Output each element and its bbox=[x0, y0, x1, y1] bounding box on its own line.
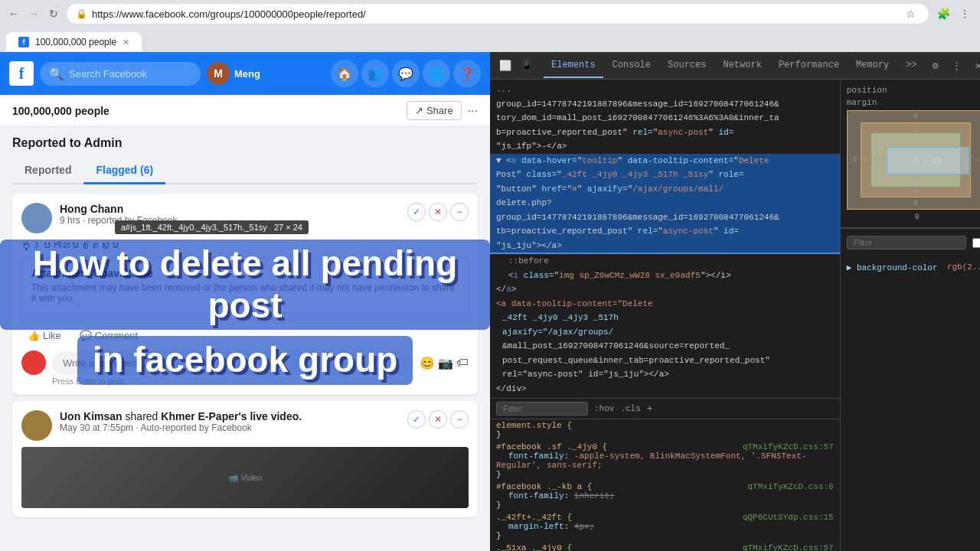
post-text-1: កូប្រកាលមត្តស្ម bbox=[21, 240, 469, 251]
share-button[interactable]: ↗ Share bbox=[407, 101, 462, 120]
browser-nav: ← → ↻ 🔒 https://www.facebook.com/groups/… bbox=[0, 0, 980, 28]
globe-icon[interactable]: 🌐 bbox=[423, 60, 450, 87]
code-line: "js_1fp">-</a> bbox=[490, 139, 840, 154]
like-button[interactable]: 👍 Like bbox=[21, 327, 67, 344]
css-rules: element.style { } #facebook .sf ._4jy0 {… bbox=[490, 419, 840, 551]
tab-sources[interactable]: Sources bbox=[660, 54, 714, 78]
favicon: f bbox=[18, 37, 29, 47]
nav-icons: 🏠 👥 💬 🌐 ❓ bbox=[331, 60, 481, 87]
code-line: group_id=14778742191887896&message_id=16… bbox=[490, 210, 840, 225]
reject-button-1[interactable]: ✕ bbox=[429, 203, 447, 221]
sticker-icon[interactable]: 🏷 bbox=[456, 356, 469, 370]
add-rule-button[interactable]: + bbox=[647, 403, 653, 415]
cls-filter[interactable]: .cls bbox=[620, 404, 640, 413]
margin-label: margin bbox=[847, 98, 980, 107]
box-model-diagram: 0 0 -1 -1 1 1 1 1 bbox=[847, 110, 980, 210]
facebook-search[interactable]: 🔍 bbox=[40, 62, 201, 86]
tab-flagged[interactable]: Flagged (6) bbox=[83, 158, 165, 184]
attachment-title: Attachment Unavailable bbox=[31, 267, 459, 279]
post-actions-2: ✓ ✕ − bbox=[407, 410, 469, 429]
code-line: post_request_queue&inner_tab=proactive_r… bbox=[490, 354, 840, 368]
bookmark-icon[interactable]: ☆ bbox=[901, 5, 920, 23]
code-line: tory_dom_id=mall_post_16927008477061246%… bbox=[490, 111, 840, 126]
post-user-info-2: Uon Kimsan shared Khmer E-Paper's live v… bbox=[60, 410, 302, 433]
margin-left-val: -1 bbox=[849, 156, 858, 164]
tab-title: 100,000,000 people bbox=[35, 37, 116, 47]
tab-memory[interactable]: Memory bbox=[848, 54, 897, 78]
approve-button-1[interactable]: ✓ bbox=[407, 203, 426, 221]
reported-section: Reported to Admin Reported Flagged (6) a… bbox=[0, 127, 490, 533]
home-icon[interactable]: 🏠 bbox=[331, 60, 358, 87]
computed-filter: Show all bbox=[841, 228, 980, 256]
content-size: 0 × 22 bbox=[914, 157, 942, 165]
show-all-check[interactable] bbox=[972, 238, 980, 248]
reject-button-2[interactable]: ✕ bbox=[429, 410, 447, 429]
computed-key: ▶ background-color bbox=[847, 262, 938, 272]
margin-top-val: 0 bbox=[913, 112, 917, 120]
code-line: _42ft _4jy0 _4jy3 _517h bbox=[490, 311, 840, 325]
devtools-left: ... group_id=14778742191887896&message_i… bbox=[490, 80, 841, 551]
post-avatar-1 bbox=[21, 203, 52, 233]
options-button-2[interactable]: − bbox=[450, 410, 469, 429]
back-button[interactable]: ← bbox=[6, 6, 21, 21]
friends-icon[interactable]: 👥 bbox=[361, 60, 389, 87]
approve-button-2[interactable]: ✓ bbox=[407, 410, 426, 429]
reported-title: Reported to Admin bbox=[12, 136, 478, 150]
attachment-desc: This attachment may have been removed or… bbox=[31, 282, 459, 304]
search-input[interactable] bbox=[69, 68, 191, 80]
more-options-button[interactable]: ··· bbox=[468, 104, 478, 118]
css-filter-input[interactable] bbox=[496, 402, 588, 416]
emoji-icon[interactable]: 😊 bbox=[420, 356, 435, 370]
comment-button[interactable]: 💬 Comment bbox=[74, 327, 144, 344]
comment-input-row: 😊 📷 🏷 bbox=[21, 350, 469, 375]
tab-console[interactable]: Console bbox=[605, 54, 658, 78]
devtools-close-icon[interactable]: ✕ bbox=[969, 57, 980, 75]
inspect-icon[interactable]: ⬜ bbox=[496, 57, 514, 75]
devtools-header: ⬜ 📱 Elements Console Sources Network Per… bbox=[490, 52, 980, 80]
camera-icon[interactable]: 📷 bbox=[438, 356, 453, 370]
code-line: group_id=14778742191887896&message_id=16… bbox=[490, 97, 840, 112]
comment-input[interactable] bbox=[52, 351, 413, 375]
computed-row: ▶ background-color rgb(2... bbox=[847, 261, 980, 274]
css-filter-bar: :hov .cls + bbox=[490, 399, 840, 419]
post-actions-1: ✓ ✕ − bbox=[407, 203, 469, 221]
group-subheader: 100,000,000 people ↗ Share ··· bbox=[0, 95, 490, 127]
pseudo-filter[interactable]: :hov bbox=[594, 404, 614, 413]
element-tooltip: a#js_1ft._42ft._4jy0._4jy3._517h._51sy 2… bbox=[115, 220, 309, 234]
tab-network[interactable]: Network bbox=[715, 54, 769, 78]
code-line: ajaxify="/ajax/groups/ bbox=[490, 325, 840, 340]
tab-performance[interactable]: Performance bbox=[771, 54, 847, 78]
extensions-icon[interactable]: 🧩 bbox=[934, 5, 952, 23]
tab-elements[interactable]: Elements bbox=[544, 54, 603, 78]
code-line: Post" class="_42ft _4jy0 _4jy3 _517h _51… bbox=[490, 168, 840, 182]
share-icon: ↗ bbox=[415, 105, 423, 116]
close-tab-icon[interactable]: ✕ bbox=[122, 37, 129, 47]
messenger-icon[interactable]: 💬 bbox=[392, 60, 420, 87]
border-left-val: 1 bbox=[863, 156, 867, 164]
html-code-area[interactable]: ... group_id=14778742191887896&message_i… bbox=[490, 80, 840, 398]
address-bar[interactable]: 🔒 https://www.facebook.com/groups/100000… bbox=[66, 3, 929, 24]
devtools-icons: ⬜ 📱 bbox=[496, 57, 536, 75]
css-pane: :hov .cls + element.style { } #facebook … bbox=[490, 398, 840, 551]
devtools-settings-icon[interactable]: ⚙ bbox=[926, 57, 945, 75]
show-all-checkbox[interactable]: Show all bbox=[972, 233, 980, 252]
devtools-more-icon[interactable]: ⋮ bbox=[948, 57, 966, 75]
help-icon[interactable]: ❓ bbox=[453, 60, 481, 87]
device-icon[interactable]: 📱 bbox=[518, 57, 536, 75]
post-card-2: Uon Kimsan shared Khmer E-Paper's live v… bbox=[12, 401, 478, 517]
press-enter-hint: Press Enter to post. bbox=[52, 377, 469, 386]
options-button-1[interactable]: − bbox=[450, 203, 469, 221]
active-tab[interactable]: f 100,000,000 people ✕ bbox=[6, 32, 142, 52]
margin-right-val: -1 bbox=[974, 156, 980, 164]
css-rule-1: #facebook .sf ._4jy0 { qTMxifyKZcD.css:5… bbox=[490, 441, 840, 481]
menu-icon[interactable]: ⋮ bbox=[956, 5, 974, 23]
tab-more[interactable]: >> bbox=[898, 54, 924, 78]
report-tabs: Reported Flagged (6) bbox=[12, 158, 478, 184]
computed-filter-input[interactable] bbox=[847, 236, 966, 249]
tab-reported[interactable]: Reported bbox=[12, 158, 83, 184]
code-line: ::before bbox=[490, 254, 840, 269]
comment-icons: 😊 📷 🏷 bbox=[420, 356, 469, 370]
forward-button[interactable]: → bbox=[26, 6, 41, 21]
reload-button[interactable]: ↻ bbox=[46, 6, 61, 21]
avatar: M bbox=[207, 62, 230, 85]
